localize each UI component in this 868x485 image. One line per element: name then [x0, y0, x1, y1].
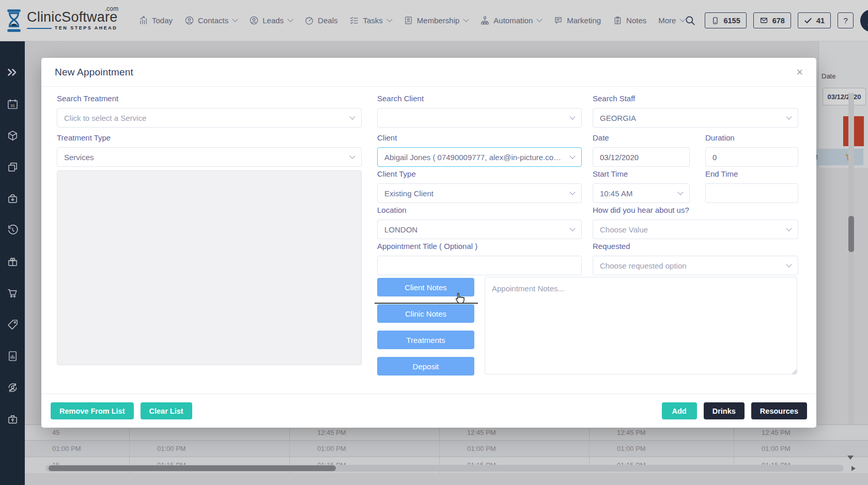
search-client-label: Search Client	[377, 94, 582, 103]
start-time-label: Start Time	[593, 169, 690, 178]
chevron-down-icon	[786, 261, 792, 267]
appointment-title-input[interactable]	[377, 256, 582, 275]
chevron-down-icon	[569, 114, 575, 119]
selected-services-panel	[57, 170, 362, 365]
hand-cursor-icon	[452, 291, 466, 305]
chevron-down-icon	[569, 153, 575, 159]
add-button[interactable]: Add	[662, 402, 697, 419]
modal-header: New Appointment ×	[41, 58, 816, 87]
clinic-notes-button[interactable]: Clinic Notes	[377, 304, 474, 323]
start-time-select[interactable]: 10:45 AM	[593, 183, 690, 203]
requested-label: Requested	[593, 242, 798, 251]
referral-label: How did you hear about us?	[593, 206, 798, 214]
end-time-label: End Time	[705, 169, 798, 178]
requested-select[interactable]: Choose requested option	[593, 256, 798, 275]
modal-body: Search Treatment Click to select a Servi…	[41, 87, 816, 394]
client-type-label: Client Type	[377, 169, 582, 178]
clear-list-button[interactable]: Clear List	[141, 402, 192, 419]
remove-from-list-button[interactable]: Remove From List	[51, 402, 134, 419]
chevron-down-icon	[677, 189, 683, 195]
client-type-select[interactable]: Existing Client	[377, 183, 582, 203]
location-label: Location	[377, 206, 582, 214]
search-staff-select[interactable]: GEORGIA	[593, 108, 798, 128]
chevron-down-icon	[786, 225, 792, 231]
resize-grip-icon[interactable]	[792, 369, 797, 374]
search-staff-label: Search Staff	[593, 94, 798, 103]
location-select[interactable]: LONDON	[377, 220, 582, 239]
date-input[interactable]	[593, 147, 690, 167]
treatment-type-label: Treatment Type	[57, 133, 362, 142]
deposit-button[interactable]: Deposit	[377, 357, 474, 376]
client-select[interactable]: Abigail Jones ( 07490009777, alex@in-pic…	[377, 147, 582, 167]
client-label: Client	[377, 133, 582, 142]
treatments-button[interactable]: Treatments	[377, 331, 474, 349]
referral-select[interactable]: Choose Value	[593, 220, 798, 239]
search-treatment-label: Search Treatment	[57, 94, 362, 103]
appointment-title-label: Appointment Title ( Optional )	[377, 242, 582, 251]
chevron-down-icon	[569, 189, 575, 195]
date-label: Date	[593, 133, 690, 142]
chevron-down-icon	[349, 114, 355, 119]
close-icon[interactable]: ×	[796, 67, 803, 78]
chevron-down-icon	[569, 225, 575, 231]
appointment-notes-textarea[interactable]	[485, 277, 797, 374]
chevron-down-icon	[349, 153, 355, 159]
chevron-down-icon	[786, 114, 792, 119]
modal-title: New Appointment	[55, 67, 133, 78]
duration-input[interactable]	[705, 147, 798, 167]
duration-label: Duration	[705, 133, 798, 142]
resources-button[interactable]: Resources	[751, 402, 807, 419]
end-time-select[interactable]	[705, 183, 798, 203]
drinks-button[interactable]: Drinks	[704, 402, 745, 419]
search-client-select[interactable]	[377, 108, 582, 128]
modal-footer: Remove From List Clear List Add Drinks R…	[41, 394, 816, 428]
new-appointment-modal: New Appointment × Search Treatment Click…	[41, 58, 816, 428]
treatment-type-select[interactable]: Services	[57, 147, 362, 167]
search-treatment-select[interactable]: Click to select a Service	[57, 108, 362, 128]
